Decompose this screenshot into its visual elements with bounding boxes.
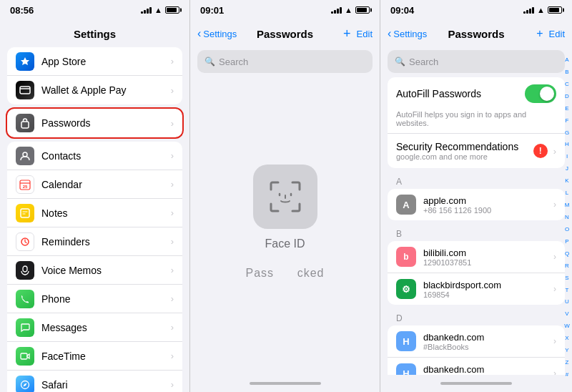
settings-item-appstore[interactable]: App Store ›: [7, 47, 182, 76]
calendar-label: Calendar: [41, 179, 171, 190]
pw-item-apple[interactable]: A apple.com +86 156 1126 1900 ›: [388, 189, 565, 220]
nav-back-3[interactable]: ‹ Settings: [388, 27, 427, 40]
alpha-letter[interactable]: #: [563, 372, 571, 378]
back-chevron-2: ‹: [197, 27, 201, 40]
settings-item-phone[interactable]: Phone ›: [7, 285, 182, 313]
status-icons-3: ▲: [523, 6, 562, 14]
alpha-letter[interactable]: P: [563, 239, 571, 245]
pw-info-blackbird: blackbirdsport.com 169854: [423, 280, 553, 299]
pw-user-bilibili: 12901037851: [423, 258, 553, 267]
settings-list[interactable]: App Store › Wallet & Apple Pay › Passwor…: [0, 47, 189, 392]
alpha-letter[interactable]: Q: [563, 251, 571, 257]
settings-section-apps: Contacts › 25 Calendar › Notes ›: [7, 142, 182, 392]
nav-back-2[interactable]: ‹ Settings: [197, 27, 237, 40]
settings-item-calendar[interactable]: 25 Calendar ›: [7, 170, 182, 199]
alpha-letter[interactable]: G: [563, 130, 571, 136]
phone-label: Phone: [41, 293, 171, 305]
alpha-letter[interactable]: O: [563, 227, 571, 232]
settings-section-passwords: Passwords ›: [7, 109, 182, 137]
alpha-letter[interactable]: B: [563, 69, 571, 75]
pw-domain-dbank2: dbankedn.com: [423, 364, 553, 375]
reminders-icon: [16, 232, 34, 251]
settings-item-passwords[interactable]: Passwords ›: [7, 109, 182, 137]
svg-rect-5: [21, 209, 29, 217]
alpha-letter[interactable]: J: [563, 166, 571, 172]
nav-edit-2[interactable]: Edit: [357, 29, 373, 39]
settings-item-reminders[interactable]: Reminders ›: [7, 227, 182, 256]
search-icon-3: 🔍: [395, 57, 405, 67]
status-time-3: 09:04: [390, 5, 414, 16]
alpha-letter[interactable]: S: [563, 275, 571, 281]
autofill-toggle[interactable]: [525, 84, 556, 103]
alpha-letter[interactable]: Z: [563, 360, 571, 366]
phone-chevron: ›: [171, 293, 174, 304]
passwords-icon: [16, 114, 34, 132]
pw-favicon-dbank2: H: [396, 363, 416, 375]
alpha-letter[interactable]: I: [563, 154, 571, 160]
alpha-letter[interactable]: V: [563, 311, 571, 317]
alpha-letter[interactable]: E: [563, 106, 571, 112]
passwords-locked-panel: 09:01 ▲ ‹ Settings Passwords + Edit 🔍 S: [190, 0, 380, 392]
pw-user-blackbird: 169854: [423, 290, 553, 299]
alpha-letter[interactable]: W: [563, 323, 571, 329]
back-chevron-3: ‹: [388, 27, 391, 40]
alpha-letter[interactable]: D: [563, 94, 571, 99]
pw-item-blackbird[interactable]: ⚙ blackbirdsport.com 169854 ›: [388, 273, 565, 305]
signal-icon-3: [523, 6, 534, 14]
security-row[interactable]: Security Recommendations google.com and …: [388, 133, 565, 168]
search-bar-3[interactable]: 🔍 Search: [388, 50, 565, 73]
reminders-label: Reminders: [41, 236, 171, 248]
alpha-letter[interactable]: U: [563, 299, 571, 305]
passwords-content[interactable]: AutoFill Passwords AutoFill helps you si…: [380, 77, 572, 375]
alpha-letter[interactable]: C: [563, 82, 571, 87]
notes-chevron: ›: [171, 207, 174, 218]
nav-plus-2[interactable]: +: [343, 26, 351, 41]
alpha-letter[interactable]: H: [563, 142, 571, 147]
nav-bar-2: ‹ Settings Passwords + Edit: [190, 20, 380, 47]
safari-chevron: ›: [171, 379, 174, 390]
alpha-index[interactable]: ABCDEFGHIJKLMNOPQRSTUVWXYZ#: [563, 57, 571, 378]
alpha-letter[interactable]: R: [563, 263, 571, 269]
reminders-chevron: ›: [171, 236, 174, 247]
pw-item-bilibili[interactable]: b bilibili.com 12901037851 ›: [388, 241, 565, 273]
alpha-letter[interactable]: Y: [563, 348, 571, 353]
appstore-label: App Store: [41, 56, 171, 67]
battery-icon-2: [355, 6, 370, 14]
search-icon-2: 🔍: [204, 57, 215, 67]
nav-edit-3[interactable]: Edit: [549, 29, 565, 39]
alpha-letter[interactable]: X: [563, 335, 571, 341]
faceid-icon: [264, 175, 307, 218]
autofill-row[interactable]: AutoFill Passwords: [388, 77, 565, 110]
calendar-chevron: ›: [171, 179, 174, 190]
svg-rect-1: [21, 122, 29, 128]
alpha-letter[interactable]: M: [563, 202, 571, 208]
status-bar-3: 09:04 ▲: [380, 0, 572, 20]
pw-item-dbank2[interactable]: H dbankedn.com #BlackBooks ›: [388, 358, 565, 375]
alpha-letter[interactable]: L: [563, 190, 571, 196]
messages-chevron: ›: [171, 322, 174, 333]
section-label-b: B: [380, 225, 572, 241]
battery-icon-3: [548, 6, 562, 14]
pw-info-dbank1: dbankedn.com #BlackBooks: [423, 332, 553, 351]
pw-item-dbank1[interactable]: H dbankedn.com #BlackBooks ›: [388, 325, 565, 358]
settings-item-facetime[interactable]: FaceTime ›: [7, 342, 182, 371]
pw-domain-apple: apple.com: [423, 195, 553, 206]
settings-item-voicememos[interactable]: Voice Memos ›: [7, 256, 182, 285]
phone-icon: [16, 290, 34, 308]
wifi-icon-3: ▲: [537, 6, 545, 14]
settings-item-safari[interactable]: Safari ›: [7, 371, 182, 392]
settings-item-messages[interactable]: Messages ›: [7, 313, 182, 342]
section-label-a: A: [380, 172, 572, 189]
nav-plus-3[interactable]: +: [536, 27, 543, 40]
alpha-letter[interactable]: T: [563, 288, 571, 293]
alpha-letter[interactable]: F: [563, 118, 571, 124]
alpha-letter[interactable]: A: [563, 57, 571, 63]
search-placeholder-2: Search: [219, 57, 248, 67]
alpha-letter[interactable]: K: [563, 178, 571, 184]
settings-item-contacts[interactable]: Contacts ›: [7, 142, 182, 170]
settings-item-notes[interactable]: Notes ›: [7, 199, 182, 227]
alpha-letter[interactable]: N: [563, 215, 571, 220]
contacts-icon: [16, 147, 34, 165]
settings-item-wallet[interactable]: Wallet & Apple Pay ›: [7, 76, 182, 104]
search-bar-2[interactable]: 🔍 Search: [197, 50, 373, 73]
